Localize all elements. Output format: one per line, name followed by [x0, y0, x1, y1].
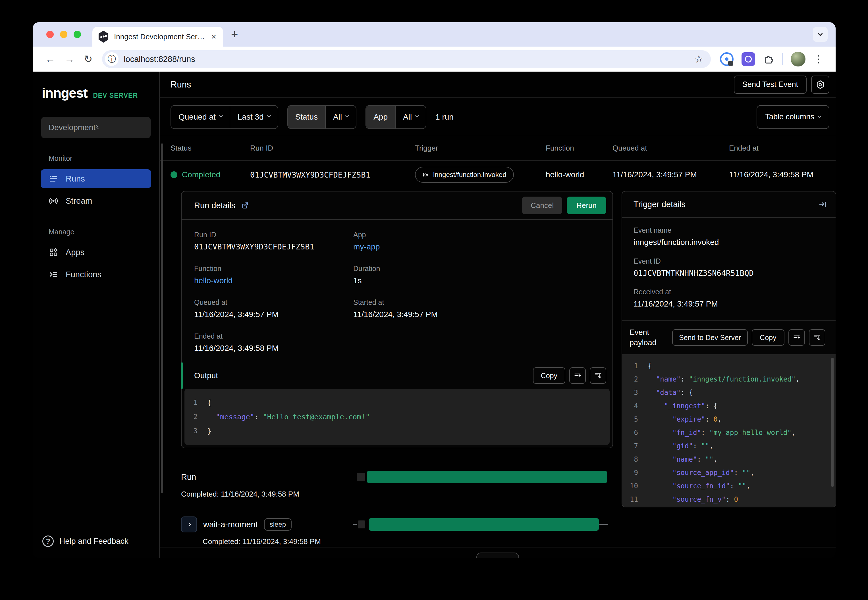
- load-more-button[interactable]: [476, 553, 519, 558]
- output-title: Output: [194, 371, 218, 380]
- scroll-to-bottom-icon[interactable]: [809, 329, 826, 346]
- function-link[interactable]: hello-world: [194, 276, 353, 285]
- app-filter: App All: [366, 105, 426, 129]
- sidebar-item-runs[interactable]: Runs: [41, 169, 151, 188]
- table-footer: [160, 547, 836, 558]
- reload-icon[interactable]: ↻: [84, 53, 93, 65]
- timeline-run-row: Run Completed: 11/16/2024, 3:49:58 PM: [181, 469, 613, 498]
- column-header: Trigger: [415, 144, 546, 153]
- close-window-button[interactable]: [46, 31, 54, 38]
- table-columns-button[interactable]: Table columns: [757, 105, 829, 129]
- app-filter-value[interactable]: All: [395, 106, 426, 129]
- run-details-area: Run details Cancel: [160, 189, 836, 547]
- help-and-feedback[interactable]: ? Help and Feedback: [33, 535, 159, 558]
- event-payload-code-block[interactable]: 1{2"name": "inngest/function.invoked",3"…: [622, 354, 836, 507]
- browser-menu-icon[interactable]: ⋮: [813, 53, 824, 65]
- maximize-window-button[interactable]: [74, 31, 81, 38]
- macos-traffic-lights: [33, 31, 93, 38]
- environment-select-value: Development: [49, 123, 96, 132]
- column-header: Queued at: [613, 144, 729, 153]
- sidebar-item-label: Functions: [66, 270, 102, 279]
- timeline-run-completed: Completed: 11/16/2024, 3:49:58 PM: [181, 490, 352, 498]
- sidebar: inngest DEV SERVER Development Monitor R…: [33, 71, 160, 558]
- timeline-step-track: [352, 516, 613, 533]
- filter-bar: Queued at Last 3d Status All: [160, 98, 836, 136]
- field-run-id: Run ID 01JCVBTMV3WXY9D3CFDEJFZSB1: [194, 231, 353, 252]
- inngest-app: inngest DEV SERVER Development Monitor R…: [33, 71, 836, 558]
- copy-output-button[interactable]: Copy: [533, 367, 565, 384]
- copy-payload-button[interactable]: Copy: [752, 329, 784, 346]
- run-count: 1 run: [436, 112, 454, 121]
- main-scrollbar[interactable]: [161, 144, 163, 493]
- sidebar-item-label: Apps: [66, 248, 84, 257]
- url-text: localhost:8288/runs: [124, 55, 694, 64]
- browser-tab[interactable]: Inngest Development Server ×: [93, 27, 223, 47]
- run-details-title: Run details: [194, 201, 235, 210]
- sidebar-item-functions[interactable]: Functions: [41, 265, 151, 284]
- status-filter-label: Status: [288, 106, 325, 129]
- help-label: Help and Feedback: [59, 536, 129, 546]
- browser-window: Inngest Development Server × + ← → ↻ ⓘ l…: [33, 22, 836, 558]
- timeline-run-label: Run: [181, 473, 196, 482]
- minimize-window-button[interactable]: [60, 31, 67, 38]
- functions-icon: [49, 270, 58, 279]
- select-updown-icon: [96, 126, 144, 129]
- forward-icon[interactable]: →: [65, 53, 75, 65]
- output-code-block[interactable]: 1{2"message": "Hello test@example.com!"3…: [184, 389, 610, 445]
- settings-button[interactable]: [811, 76, 829, 94]
- tab-close-icon[interactable]: ×: [210, 32, 217, 41]
- step-type-badge: sleep: [264, 518, 291, 531]
- run-duration-bar[interactable]: [367, 471, 607, 483]
- field-ended-at: Ended at 11/16/2024, 3:49:58 PM: [194, 332, 353, 353]
- run-table-row[interactable]: Completed 01JCVBTMV3WXY9D3CFDEJFZSB1 inn…: [160, 161, 836, 189]
- back-icon[interactable]: ←: [45, 53, 55, 65]
- dev-server-badge: DEV SERVER: [93, 92, 138, 99]
- tab-title: Inngest Development Server: [114, 32, 205, 41]
- send-to-dev-server-button[interactable]: Send to Dev Server: [672, 329, 748, 346]
- manage-section-label: Manage: [33, 228, 159, 236]
- environment-select[interactable]: Development: [41, 117, 151, 138]
- rerun-button[interactable]: Rerun: [567, 197, 606, 214]
- extension-icon[interactable]: [742, 52, 755, 66]
- password-manager-extension-icon[interactable]: [720, 52, 734, 66]
- step-trail-line: [599, 524, 608, 525]
- status-filter-value[interactable]: All: [325, 106, 356, 129]
- monitor-section-label: Monitor: [33, 154, 159, 162]
- open-run-external-icon[interactable]: [241, 202, 249, 209]
- run-timeline: Run Completed: 11/16/2024, 3:49:58 PM: [181, 469, 613, 546]
- column-header: Function: [546, 144, 613, 153]
- browser-tab-strip: Inngest Development Server × +: [33, 22, 836, 47]
- event-trigger-icon: [422, 171, 430, 179]
- step-duration-bar[interactable]: [369, 518, 599, 531]
- queued-segment: [357, 473, 365, 481]
- run-details-fields: Run ID 01JCVBTMV3WXY9D3CFDEJFZSB1 App my…: [182, 220, 613, 362]
- bookmark-star-icon[interactable]: ☆: [694, 53, 703, 65]
- extensions-puzzle-icon[interactable]: [763, 53, 775, 65]
- trigger-details-title: Trigger details: [634, 200, 686, 209]
- sidebar-item-apps[interactable]: Apps: [41, 243, 151, 262]
- column-header: Run ID: [250, 144, 415, 153]
- text-wrap-icon[interactable]: [788, 329, 805, 346]
- app-link[interactable]: my-app: [353, 242, 600, 252]
- field-app: App my-app: [353, 231, 600, 252]
- new-tab-button[interactable]: +: [231, 27, 238, 41]
- time-field-filter: Queued at Last 3d: [170, 105, 278, 129]
- run-status: Completed: [182, 170, 220, 179]
- sidebar-item-stream[interactable]: Stream: [41, 191, 151, 210]
- tab-search-chevron-icon[interactable]: [813, 27, 828, 42]
- trigger-event-pill[interactable]: inngest/function.invoked: [415, 167, 514, 183]
- scroll-to-bottom-icon[interactable]: [590, 367, 606, 384]
- cancel-button[interactable]: Cancel: [522, 197, 562, 214]
- page-header: Runs Send Test Event: [160, 71, 836, 98]
- payload-scrollbar[interactable]: [832, 358, 834, 487]
- time-field-button[interactable]: Queued at: [171, 106, 230, 129]
- site-info-icon[interactable]: ⓘ: [105, 52, 118, 66]
- address-bar[interactable]: ⓘ localhost:8288/runs ☆: [102, 50, 711, 68]
- collapse-panel-icon[interactable]: [819, 200, 827, 209]
- time-range-button[interactable]: Last 3d: [230, 106, 278, 129]
- column-header: Status: [170, 144, 250, 153]
- expand-step-button[interactable]: [181, 517, 197, 532]
- send-test-event-button[interactable]: Send Test Event: [734, 76, 807, 94]
- text-wrap-icon[interactable]: [569, 367, 586, 384]
- profile-avatar[interactable]: [791, 52, 806, 67]
